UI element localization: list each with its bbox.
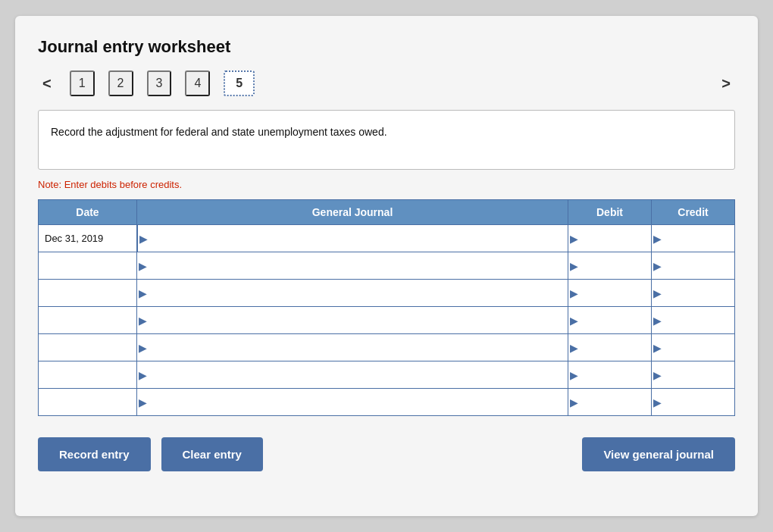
debit-cell-1[interactable]: ▶ <box>568 252 652 280</box>
debit-arrow-icon-4: ▶ <box>570 342 578 354</box>
credit-cell-4[interactable]: ▶ <box>652 334 735 361</box>
date-cell-1[interactable] <box>39 252 137 280</box>
journal-cell-4[interactable]: ▶ <box>137 334 568 361</box>
instruction-text: Record the adjustment for federal and st… <box>51 126 387 138</box>
credit-cell-6[interactable]: ▶ <box>652 389 735 416</box>
journal-arrow-icon-1: ▶ <box>139 260 147 272</box>
next-arrow-button[interactable]: > <box>717 74 735 94</box>
journal-cell-0[interactable]: ▶ <box>137 225 568 252</box>
table-row: ▶▶▶ <box>39 389 735 416</box>
date-cell-2[interactable] <box>39 280 137 307</box>
debit-arrow-icon-3: ▶ <box>570 315 578 327</box>
table-row: ▶▶▶ <box>39 252 735 280</box>
note-text: Note: Enter debits before credits. <box>38 179 735 190</box>
credit-arrow-icon-5: ▶ <box>653 369 662 381</box>
debit-arrow-icon-5: ▶ <box>570 369 578 381</box>
table-row: ▶▶▶ <box>39 280 735 307</box>
view-general-journal-button[interactable]: View general journal <box>582 437 735 471</box>
debit-arrow-icon-2: ▶ <box>570 287 578 299</box>
debit-arrow-icon-6: ▶ <box>570 396 578 408</box>
journal-cell-2[interactable]: ▶ <box>137 280 568 307</box>
debit-cell-3[interactable]: ▶ <box>568 307 652 334</box>
journal-arrow-icon-5: ▶ <box>139 369 147 381</box>
tab-3[interactable]: 3 <box>147 70 172 96</box>
header-journal: General Journal <box>137 200 568 225</box>
record-entry-button[interactable]: Record entry <box>38 437 151 471</box>
credit-cell-0[interactable]: ▶ <box>652 225 735 252</box>
date-cell-5[interactable] <box>39 361 137 389</box>
tab-1[interactable]: 1 <box>70 70 95 96</box>
header-date: Date <box>39 200 137 225</box>
debit-arrow-icon-0: ▶ <box>570 233 578 245</box>
credit-arrow-icon-6: ▶ <box>653 396 662 408</box>
table-row: ▶▶▶ <box>39 307 735 334</box>
date-cell-3[interactable] <box>39 307 137 334</box>
instruction-box: Record the adjustment for federal and st… <box>38 110 735 170</box>
credit-cell-3[interactable]: ▶ <box>652 307 735 334</box>
prev-arrow-button[interactable]: < <box>38 74 56 94</box>
journal-worksheet-card: Journal entry worksheet < 12345> Record … <box>15 16 758 516</box>
debit-cell-0[interactable]: ▶ <box>568 225 652 252</box>
journal-arrow-icon-3: ▶ <box>139 315 147 327</box>
tab-5[interactable]: 5 <box>224 70 255 96</box>
debit-cell-4[interactable]: ▶ <box>568 334 652 361</box>
table-row: ▶▶▶ <box>39 334 735 361</box>
journal-cell-6[interactable]: ▶ <box>137 389 568 416</box>
date-cell-6[interactable] <box>39 389 137 416</box>
credit-cell-1[interactable]: ▶ <box>652 252 735 280</box>
debit-cell-5[interactable]: ▶ <box>568 361 652 389</box>
table-row: ▶▶▶ <box>39 361 735 389</box>
date-cell-0[interactable]: Dec 31, 2019 <box>39 225 137 252</box>
journal-arrow-icon-0: ▶ <box>139 233 148 245</box>
credit-cell-2[interactable]: ▶ <box>652 280 735 307</box>
header-credit: Credit <box>652 200 735 225</box>
journal-arrow-icon-6: ▶ <box>139 396 147 408</box>
credit-arrow-icon-4: ▶ <box>653 342 662 354</box>
debit-arrow-icon-1: ▶ <box>570 260 578 272</box>
journal-table: Date General Journal Debit Credit Dec 31… <box>38 199 735 416</box>
clear-entry-button[interactable]: Clear entry <box>161 437 263 471</box>
buttons-row: Record entry Clear entry View general jo… <box>38 437 735 471</box>
date-cell-4[interactable] <box>39 334 137 361</box>
journal-cell-1[interactable]: ▶ <box>137 252 568 280</box>
journal-cell-3[interactable]: ▶ <box>137 307 568 334</box>
debit-cell-6[interactable]: ▶ <box>568 389 652 416</box>
journal-arrow-icon-4: ▶ <box>139 342 147 354</box>
credit-arrow-icon-1: ▶ <box>653 260 662 272</box>
debit-cell-2[interactable]: ▶ <box>568 280 652 307</box>
header-debit: Debit <box>568 200 652 225</box>
tab-2[interactable]: 2 <box>108 70 133 96</box>
journal-arrow-icon-2: ▶ <box>139 287 147 299</box>
tab-4[interactable]: 4 <box>185 70 210 96</box>
tabs-row: < 12345> <box>38 70 735 96</box>
credit-arrow-icon-0: ▶ <box>653 233 662 245</box>
credit-cell-5[interactable]: ▶ <box>652 361 735 389</box>
page-title: Journal entry worksheet <box>38 37 735 57</box>
credit-arrow-icon-3: ▶ <box>653 315 662 327</box>
table-row: Dec 31, 2019▶▶▶ <box>39 225 735 252</box>
credit-arrow-icon-2: ▶ <box>653 287 662 299</box>
journal-cell-5[interactable]: ▶ <box>137 361 568 389</box>
